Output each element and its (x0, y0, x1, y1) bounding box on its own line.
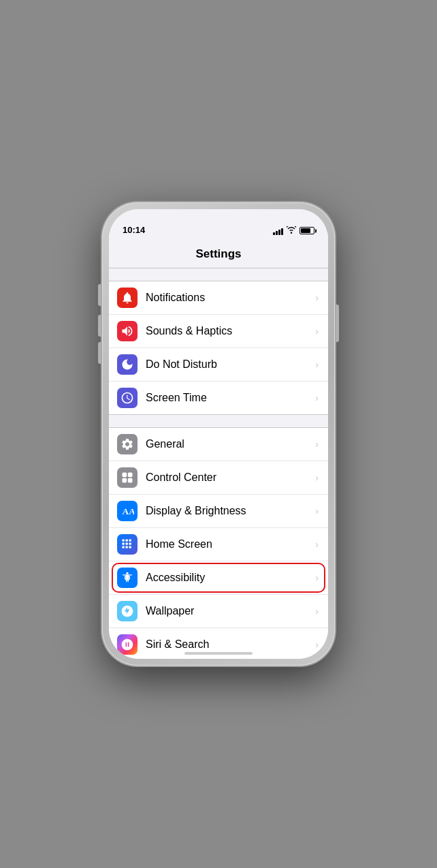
svg-rect-11 (123, 546, 125, 548)
accessibility-icon (117, 568, 137, 588)
spacer-middle (109, 415, 328, 427)
status-time: 10:14 (123, 225, 145, 235)
siri-icon (117, 634, 137, 655)
row-display[interactable]: AA Display & Brightness › (109, 495, 328, 528)
notifications-label: Notifications (146, 292, 312, 304)
svg-rect-12 (126, 546, 128, 548)
row-accessibility[interactable]: Accessibility › (109, 561, 328, 595)
sounds-icon (117, 321, 137, 341)
dnd-icon (117, 354, 137, 375)
display-chevron: › (315, 506, 319, 516)
row-dnd[interactable]: Do Not Disturb › (109, 348, 328, 382)
home-screen-chevron: › (315, 539, 319, 550)
svg-point-14 (126, 572, 128, 574)
svg-rect-5 (123, 540, 125, 542)
svg-rect-10 (129, 543, 131, 545)
battery-status-icon (300, 227, 314, 234)
row-notifications[interactable]: Notifications › (109, 281, 328, 315)
status-bar: 10:14 (109, 209, 328, 239)
display-icon: AA (117, 501, 137, 521)
section-notifications: Notifications › Sounds & Haptics › (109, 281, 328, 415)
page-title: Settings (109, 239, 328, 268)
row-screen-time[interactable]: Screen Time › (109, 382, 328, 414)
wallpaper-label: Wallpaper (146, 605, 312, 617)
wallpaper-chevron: › (315, 606, 319, 617)
home-indicator (184, 652, 253, 655)
general-label: General (146, 438, 312, 450)
dnd-chevron: › (315, 359, 319, 370)
wifi-icon (287, 226, 296, 235)
row-wallpaper[interactable]: Wallpaper › (109, 595, 328, 628)
screen-time-icon (117, 388, 137, 408)
svg-rect-7 (129, 540, 131, 542)
svg-rect-2 (123, 478, 127, 483)
control-center-icon (117, 467, 137, 488)
svg-rect-3 (128, 478, 133, 483)
battery-fill (301, 228, 310, 233)
general-icon (117, 434, 137, 454)
siri-label: Siri & Search (146, 638, 312, 651)
spacer-top (109, 268, 328, 281)
notifications-icon (117, 288, 137, 308)
screen-content: Settings Notifications › (109, 239, 328, 659)
wallpaper-icon (117, 601, 137, 621)
svg-rect-8 (123, 543, 125, 545)
phone-frame: 10:14 (102, 202, 335, 666)
row-home-screen[interactable]: Home Screen › (109, 528, 328, 561)
general-chevron: › (315, 439, 319, 450)
notifications-chevron: › (315, 292, 319, 303)
screen-time-chevron: › (315, 392, 319, 403)
row-sounds[interactable]: Sounds & Haptics › (109, 315, 328, 348)
phone-screen: 10:14 (109, 209, 328, 659)
section-general: General › Control Center › (109, 427, 328, 659)
home-screen-icon (117, 534, 137, 555)
accessibility-label: Accessibility (146, 572, 312, 584)
sounds-chevron: › (315, 326, 319, 337)
svg-rect-13 (129, 546, 131, 548)
signal-icon (273, 227, 283, 235)
svg-text:AA: AA (123, 506, 135, 516)
dnd-label: Do Not Disturb (146, 358, 312, 371)
sounds-label: Sounds & Haptics (146, 325, 312, 337)
svg-rect-9 (126, 543, 128, 545)
svg-rect-6 (126, 540, 128, 542)
status-icons (273, 226, 314, 235)
display-label: Display & Brightness (146, 505, 312, 517)
control-center-label: Control Center (146, 471, 312, 484)
svg-rect-1 (128, 473, 133, 478)
control-center-chevron: › (315, 472, 319, 483)
accessibility-chevron: › (315, 572, 319, 583)
row-control-center[interactable]: Control Center › (109, 461, 328, 495)
svg-rect-0 (123, 473, 127, 478)
home-screen-label: Home Screen (146, 538, 312, 551)
siri-chevron: › (315, 639, 319, 650)
screen-time-label: Screen Time (146, 392, 312, 404)
row-general[interactable]: General › (109, 428, 328, 461)
